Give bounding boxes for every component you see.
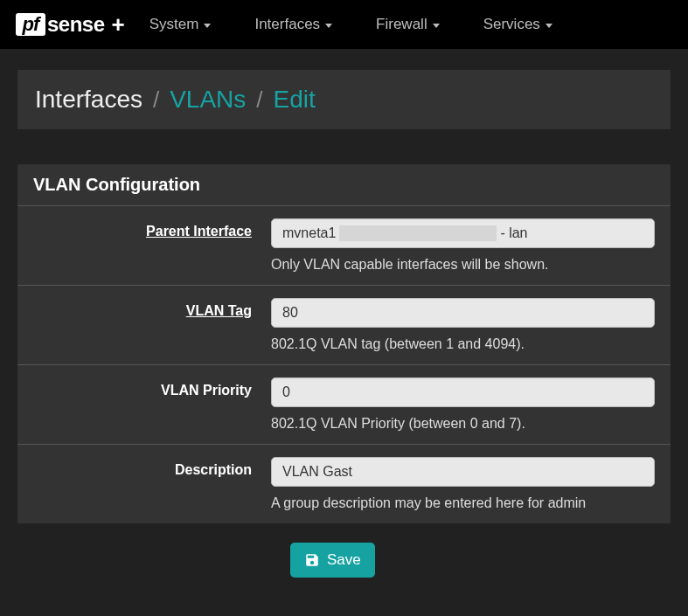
chevron-down-icon bbox=[433, 24, 440, 28]
label-vlan-tag: VLAN Tag bbox=[17, 298, 271, 352]
nav-services[interactable]: Services bbox=[483, 16, 552, 33]
row-description: Description A group description may be e… bbox=[17, 445, 671, 523]
row-vlan-tag: VLAN Tag 802.1Q VLAN tag (between 1 and … bbox=[17, 286, 671, 365]
field-parent-interface: mvneta1 - lan Only VLAN capable interfac… bbox=[271, 218, 655, 273]
description-input[interactable] bbox=[271, 457, 655, 487]
logo-sense: sense bbox=[47, 12, 105, 37]
redacted-segment bbox=[339, 225, 497, 241]
save-button[interactable]: Save bbox=[290, 543, 375, 578]
parent-interface-value-prefix: mvneta1 bbox=[282, 225, 336, 241]
parent-interface-value-suffix: - lan bbox=[500, 225, 527, 241]
nav-firewall-label: Firewall bbox=[376, 16, 427, 33]
help-description: A group description may be entered here … bbox=[271, 495, 655, 511]
field-vlan-priority: 802.1Q VLAN Priority (between 0 and 7). bbox=[271, 377, 655, 432]
breadcrumb-vlans[interactable]: VLANs bbox=[170, 86, 246, 114]
label-parent-interface: Parent Interface bbox=[17, 218, 271, 273]
top-navbar: pf sense + System Interfaces Firewall Se… bbox=[0, 0, 688, 49]
panel-heading: VLAN Configuration bbox=[17, 164, 671, 206]
label-vlan-priority: VLAN Priority bbox=[17, 377, 271, 432]
label-description: Description bbox=[17, 457, 271, 511]
nav-system-label: System bbox=[149, 16, 199, 33]
chevron-down-icon bbox=[546, 24, 552, 28]
field-vlan-tag: 802.1Q VLAN tag (between 1 and 4094). bbox=[271, 298, 655, 352]
nav-interfaces[interactable]: Interfaces bbox=[254, 16, 332, 33]
breadcrumb-edit[interactable]: Edit bbox=[274, 86, 316, 114]
brand-logo[interactable]: pf sense + bbox=[16, 11, 125, 38]
page-body: Interfaces / VLANs / Edit VLAN Configura… bbox=[0, 49, 688, 604]
row-parent-interface: Parent Interface mvneta1 - lan Only VLAN… bbox=[17, 206, 671, 286]
save-icon bbox=[304, 552, 320, 568]
breadcrumb-sep: / bbox=[153, 87, 159, 114]
vlan-tag-input[interactable] bbox=[271, 298, 655, 328]
breadcrumb-root: Interfaces bbox=[35, 86, 142, 114]
help-vlan-tag: 802.1Q VLAN tag (between 1 and 4094). bbox=[271, 336, 655, 352]
logo-plus: + bbox=[112, 11, 125, 38]
save-button-label: Save bbox=[327, 551, 361, 569]
breadcrumb: Interfaces / VLANs / Edit bbox=[17, 70, 671, 129]
nav-services-label: Services bbox=[483, 16, 540, 33]
logo-pf: pf bbox=[16, 13, 45, 36]
nav-items: System Interfaces Firewall Services bbox=[149, 16, 552, 33]
button-row: Save bbox=[17, 523, 671, 578]
row-vlan-priority: VLAN Priority 802.1Q VLAN Priority (betw… bbox=[17, 365, 671, 445]
field-description: A group description may be entered here … bbox=[271, 457, 655, 511]
nav-firewall[interactable]: Firewall bbox=[376, 16, 440, 33]
nav-system[interactable]: System bbox=[149, 16, 212, 33]
chevron-down-icon bbox=[204, 24, 211, 28]
vlan-config-panel: VLAN Configuration Parent Interface mvne… bbox=[17, 164, 671, 523]
nav-interfaces-label: Interfaces bbox=[254, 16, 320, 33]
breadcrumb-sep: / bbox=[256, 87, 262, 114]
help-parent-interface: Only VLAN capable interfaces will be sho… bbox=[271, 257, 655, 273]
parent-interface-select[interactable]: mvneta1 - lan bbox=[271, 218, 655, 248]
help-vlan-priority: 802.1Q VLAN Priority (between 0 and 7). bbox=[271, 416, 655, 432]
vlan-priority-input[interactable] bbox=[271, 377, 655, 407]
chevron-down-icon bbox=[325, 24, 332, 28]
